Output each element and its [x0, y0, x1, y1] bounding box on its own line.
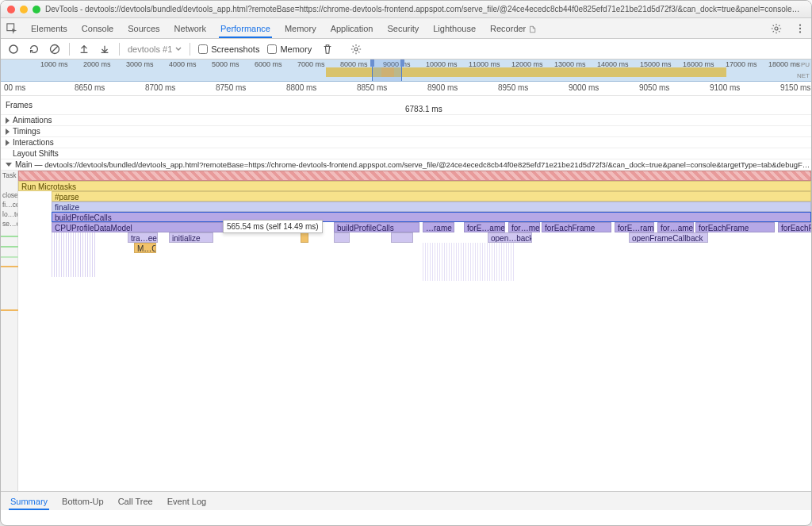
flame-foreach[interactable]: forE…rame [615, 222, 654, 232]
screenshots-checkbox[interactable]: Screenshots [198, 44, 259, 54]
ruler-tick: 8900 ms [427, 83, 458, 92]
details-tabstrip: Summary Bottom-Up Call Tree Event Log [1, 491, 811, 510]
overview-net-label: NET [797, 72, 810, 79]
memory-checkbox[interactable]: Memory [267, 44, 312, 54]
flame-small[interactable] [391, 232, 413, 243]
tab-recorder[interactable]: Recorder [488, 19, 538, 38]
flame-mc[interactable]: M…C [134, 243, 156, 253]
track-frames[interactable]: Frames 6783.1 ms [1, 96, 811, 115]
flame-foreach[interactable]: forE…ame [464, 222, 505, 232]
tab-application[interactable]: Application [329, 19, 375, 38]
main-track-url: devtools://devtools/bundled/devtools_app… [44, 160, 811, 169]
overview-tick: 3000 ms [126, 60, 154, 68]
overview-tick: 6000 ms [255, 60, 282, 68]
tab-elements[interactable]: Elements [29, 19, 69, 38]
load-profile-icon[interactable] [78, 43, 90, 56]
tab-console[interactable]: Console [80, 19, 115, 38]
flame-foreachframe[interactable]: forEachFrame [542, 222, 611, 232]
ruler-tick: 8800 ms [286, 83, 316, 92]
ruler-tick: 8750 ms [216, 83, 246, 92]
track-interactions[interactable]: Interactions [1, 137, 811, 148]
close-window-button[interactable] [7, 6, 15, 13]
ruler-tick: 9100 ms [710, 83, 740, 92]
overview-tick: 7000 ms [297, 60, 325, 68]
flame-small[interactable] [334, 232, 350, 243]
flame-foreach[interactable]: for…ame [657, 222, 694, 232]
reload-record-icon[interactable] [28, 43, 40, 56]
svg-point-10 [354, 47, 358, 50]
tab-summary[interactable]: Summary [9, 493, 49, 510]
ruler-tick: 8650 ms [75, 83, 105, 92]
svg-point-5 [10, 45, 17, 53]
flame-openback[interactable]: open…back [488, 232, 532, 243]
save-profile-icon[interactable] [98, 43, 111, 56]
flame-buildprofilecalls[interactable]: buildProfileCalls [52, 212, 811, 222]
ruler-tick: 9150 ms [780, 83, 810, 92]
overview-tick: 4000 ms [169, 60, 197, 68]
flame-frame[interactable]: …rame [423, 222, 454, 232]
flame-initialize[interactable]: initialize [169, 232, 213, 243]
ruler-tick: 8850 ms [357, 83, 387, 92]
selection-handle-left[interactable] [370, 60, 374, 67]
clear-icon[interactable] [48, 43, 61, 56]
more-icon[interactable] [794, 22, 806, 35]
current-time-label: 6783.1 ms [405, 105, 442, 113]
selection-handle-right[interactable] [400, 60, 404, 67]
track-timings[interactable]: Timings [1, 126, 811, 137]
overview-tick: 18000 ms [768, 60, 800, 68]
overview-tick: 1000 ms [40, 60, 68, 68]
timeline-overview[interactable]: 1000 ms 2000 ms 3000 ms 4000 ms 5000 ms … [1, 60, 811, 82]
svg-point-4 [799, 31, 801, 33]
overview-cpu-label: CPU [796, 61, 810, 68]
track-main[interactable]: Main — devtools://devtools/bundled/devto… [1, 159, 811, 171]
minimize-window-button[interactable] [20, 6, 28, 13]
track-animations[interactable]: Animations [1, 115, 811, 126]
ruler-tick: 8950 ms [498, 83, 528, 92]
performance-toolbar: devtools #1 Screenshots Memory [1, 39, 811, 60]
tab-sources[interactable]: Sources [126, 19, 161, 38]
flame-finalize[interactable]: finalize [52, 202, 811, 212]
overview-tick: 5000 ms [212, 60, 239, 68]
flame-task[interactable] [18, 171, 811, 181]
flame-parse[interactable]: #parse [52, 191, 811, 202]
profile-selector[interactable]: devtools #1 [128, 44, 182, 54]
tab-lighthouse[interactable]: Lighthouse [431, 19, 477, 38]
window-title: DevTools - devtools://devtools/bundled/d… [45, 5, 805, 13]
flamechart[interactable]: Task close fi…ce lo…te se…el Run Microta… [1, 171, 811, 491]
tab-memory[interactable]: Memory [283, 19, 318, 38]
main-tabstrip: Elements Console Sources Network Perform… [1, 18, 811, 39]
tab-bottom-up[interactable]: Bottom-Up [60, 493, 105, 510]
flamechart-ruler[interactable]: 00 ms 8650 ms 8700 ms 8750 ms 8800 ms 88… [1, 82, 811, 96]
zoom-window-button[interactable] [33, 6, 40, 13]
tab-performance[interactable]: Performance [219, 19, 272, 38]
svg-point-2 [799, 24, 801, 25]
track-layout-shifts[interactable]: Layout Shifts [1, 148, 811, 159]
svg-point-1 [775, 26, 778, 29]
flame-small[interactable] [301, 232, 308, 243]
tab-security[interactable]: Security [385, 19, 420, 38]
ruler-tick: 8700 ms [145, 83, 175, 92]
ruler-tick: 9000 ms [569, 83, 599, 92]
settings-icon[interactable] [770, 22, 783, 35]
overview-tick: 2000 ms [83, 60, 111, 68]
capture-settings-icon[interactable] [350, 43, 362, 56]
ruler-tick: 00 ms [4, 83, 25, 92]
inspect-element-icon[interactable] [6, 22, 18, 35]
flame-foreach[interactable]: for…me [508, 222, 540, 232]
overview-selection[interactable] [372, 60, 402, 81]
record-icon[interactable] [7, 43, 20, 56]
gc-icon[interactable] [321, 43, 334, 56]
tab-call-tree[interactable]: Call Tree [117, 493, 155, 510]
tab-event-log[interactable]: Event Log [166, 493, 209, 510]
svg-line-7 [52, 46, 58, 52]
flame-traee[interactable]: tra…ee [128, 232, 158, 243]
flame-run-microtasks[interactable]: Run Microtasks [18, 181, 811, 191]
flame-foreachframe[interactable]: forEachFrame [695, 222, 775, 232]
flame-openframecallback[interactable]: openFrameCallback [629, 232, 708, 243]
overview-tick: 17000 ms [726, 60, 757, 68]
tab-network[interactable]: Network [173, 19, 208, 38]
flame-tooltip: 565.54 ms (self 14.49 ms) [223, 220, 323, 233]
svg-point-3 [799, 27, 801, 29]
flame-buildprofilecalls2[interactable]: buildProfileCalls [334, 222, 419, 232]
flame-foreachframe[interactable]: forEachFrame [778, 222, 812, 232]
